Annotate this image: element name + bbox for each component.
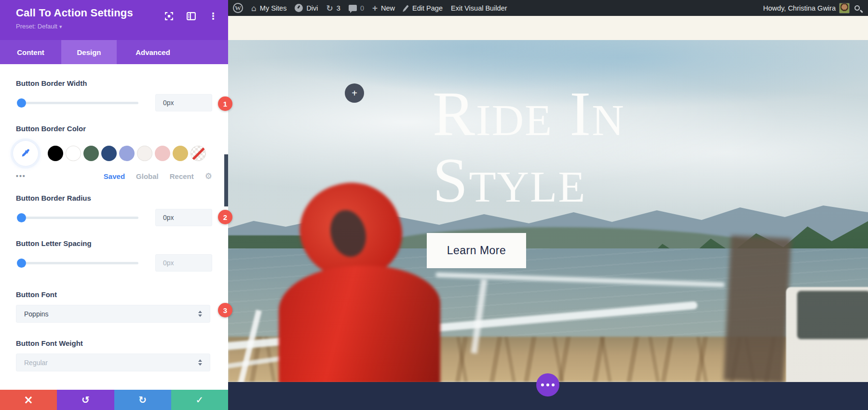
swatch-gold[interactable] bbox=[173, 146, 188, 161]
tab-content[interactable]: Content bbox=[0, 40, 61, 64]
eyedropper-button[interactable] bbox=[13, 141, 38, 166]
dot bbox=[552, 383, 555, 386]
updates-count: 3 bbox=[337, 4, 340, 12]
slider-track bbox=[18, 262, 138, 264]
pencil-icon bbox=[403, 5, 408, 11]
panel-footer: × ↺ ↻ ✓ bbox=[0, 390, 228, 410]
border-width-input[interactable]: 0px bbox=[155, 94, 212, 111]
field-label: Button Border Width bbox=[16, 79, 212, 88]
swatch-navy[interactable] bbox=[101, 146, 117, 161]
panel-scrollbar[interactable] bbox=[224, 154, 228, 206]
new-content-menu[interactable]: + New bbox=[372, 3, 395, 14]
slider-knob[interactable] bbox=[17, 98, 26, 108]
focus-module-icon[interactable] bbox=[163, 11, 174, 21]
exit-visual-builder-link[interactable]: Exit Visual Builder bbox=[451, 4, 507, 12]
gear-icon[interactable]: ⚙ bbox=[205, 171, 212, 181]
my-sites-menu[interactable]: ⌂ My Sites bbox=[251, 3, 286, 13]
swatch-white[interactable] bbox=[66, 146, 81, 161]
more-colors-button[interactable]: ••• bbox=[16, 172, 26, 180]
panel-layout-icon[interactable] bbox=[186, 11, 196, 21]
tab-advanced[interactable]: Advanced bbox=[117, 40, 189, 64]
learn-more-button[interactable]: Learn More bbox=[427, 233, 526, 268]
eyedropper-icon bbox=[20, 148, 31, 159]
palette-global-link[interactable]: Global bbox=[136, 172, 159, 180]
avatar bbox=[839, 3, 850, 14]
border-width-slider[interactable] bbox=[18, 94, 138, 111]
settings-tabs: Content Design Advanced bbox=[0, 40, 228, 64]
undo-button[interactable]: ↺ bbox=[57, 390, 114, 410]
discard-button[interactable]: × bbox=[0, 390, 57, 410]
field-label: Button Border Color bbox=[16, 124, 212, 134]
slider-knob[interactable] bbox=[17, 213, 26, 222]
swatch-black[interactable] bbox=[48, 146, 63, 161]
divi-menu[interactable]: Divi bbox=[295, 4, 318, 12]
page-preview: W ⌂ My Sites Divi ↻ 3 0 + New bbox=[228, 0, 868, 410]
select-arrows-icon bbox=[198, 359, 202, 366]
preset-dropdown[interactable]: Preset: Default▾ bbox=[16, 23, 228, 30]
swatch-green[interactable] bbox=[83, 146, 99, 161]
comments-icon bbox=[349, 5, 357, 11]
field-button-border-radius: Button Border Radius 0px bbox=[16, 193, 212, 226]
slider-track bbox=[18, 102, 138, 104]
wp-admin-bar: W ⌂ My Sites Divi ↻ 3 0 + New bbox=[228, 0, 868, 16]
button-font-weight-select[interactable]: Regular bbox=[16, 354, 210, 371]
swatch-transparent[interactable] bbox=[190, 146, 206, 161]
select-arrows-icon bbox=[198, 311, 202, 317]
divi-icon bbox=[295, 4, 303, 12]
my-sites-icon: ⌂ bbox=[251, 3, 257, 13]
letter-spacing-input[interactable]: 0px bbox=[155, 254, 212, 272]
section-settings-button[interactable] bbox=[536, 373, 559, 396]
settings-panel: Call To Action Settings Preset: Default▾… bbox=[0, 0, 228, 410]
hero-section: + Ride InStyle Learn More bbox=[228, 40, 868, 382]
field-label: Button Font Weight bbox=[16, 339, 212, 348]
account-menu[interactable]: Howdy, Christina Gwira bbox=[763, 3, 850, 14]
tab-design[interactable]: Design bbox=[61, 40, 117, 64]
palette-saved-link[interactable]: Saved bbox=[104, 172, 125, 180]
annotation-badge-3: 3 bbox=[218, 303, 232, 317]
panel-header: Call To Action Settings Preset: Default▾… bbox=[0, 0, 228, 40]
annotation-badge-1: 1 bbox=[218, 96, 232, 111]
field-label: Button Letter Spacing bbox=[16, 239, 212, 248]
close-icon: × bbox=[24, 395, 33, 405]
field-button-font-weight: Button Font Weight Regular bbox=[16, 339, 212, 371]
edit-page-menu[interactable]: Edit Page bbox=[403, 4, 443, 12]
annotation-badge-2: 2 bbox=[218, 210, 232, 224]
red-jacket-torso bbox=[279, 266, 440, 382]
slider-track bbox=[18, 217, 138, 219]
letter-spacing-slider[interactable] bbox=[18, 254, 138, 272]
field-button-letter-spacing: Button Letter Spacing 0px bbox=[16, 239, 212, 272]
field-button-border-color: Button Border Color bbox=[16, 124, 212, 181]
panel-menu-icon[interactable]: ⋮ bbox=[208, 11, 218, 21]
heading-line-1: Ride In bbox=[433, 78, 625, 149]
palette-recent-link[interactable]: Recent bbox=[170, 172, 194, 180]
redo-button[interactable]: ↻ bbox=[114, 390, 171, 410]
panel-body: Button Border Width 0px Button Border Co… bbox=[0, 64, 228, 371]
border-radius-slider[interactable] bbox=[18, 209, 138, 226]
comments-menu[interactable]: 0 bbox=[349, 4, 364, 12]
add-module-button[interactable]: + bbox=[345, 83, 364, 103]
updates-icon: ↻ bbox=[326, 3, 333, 13]
swatch-pink[interactable] bbox=[155, 146, 170, 161]
updates-menu[interactable]: ↻ 3 bbox=[326, 3, 340, 13]
swatch-periwinkle[interactable] bbox=[119, 146, 135, 161]
heading-line-2: Style bbox=[433, 145, 586, 216]
save-button[interactable]: ✓ bbox=[171, 390, 228, 410]
comments-count: 0 bbox=[360, 4, 364, 12]
redo-icon: ↻ bbox=[138, 394, 147, 406]
slider-knob[interactable] bbox=[17, 259, 26, 268]
divi-visual-builder: Call To Action Settings Preset: Default▾… bbox=[0, 0, 868, 410]
dot bbox=[546, 383, 549, 386]
color-swatches bbox=[48, 146, 206, 161]
field-button-border-width: Button Border Width 0px bbox=[16, 79, 212, 111]
wp-logo-menu[interactable]: W bbox=[233, 3, 243, 13]
field-label: Button Border Radius bbox=[16, 193, 212, 203]
dot bbox=[541, 383, 544, 386]
swatch-off-white[interactable] bbox=[137, 146, 152, 161]
howdy-label: Howdy, Christina Gwira bbox=[763, 4, 836, 12]
field-label: Button Font bbox=[16, 290, 212, 300]
search-icon[interactable] bbox=[854, 5, 860, 11]
button-font-select[interactable]: Poppins bbox=[16, 305, 210, 323]
undo-icon: ↺ bbox=[81, 394, 90, 406]
field-button-font: Button Font Poppins bbox=[16, 290, 212, 323]
border-radius-input[interactable]: 0px bbox=[155, 209, 212, 226]
